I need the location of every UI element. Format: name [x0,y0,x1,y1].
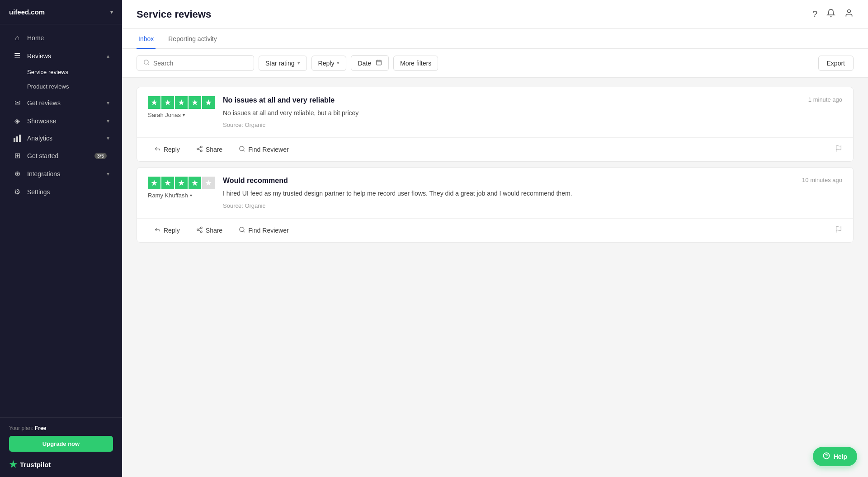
star-4: ★ [189,177,201,189]
sub-item-label: Product reviews [27,83,69,90]
more-filters-button[interactable]: More filters [393,56,438,71]
review-body: ★ ★ ★ ★ ★ Ramy Khuffash ▾ Wo [137,168,853,218]
reply-button[interactable]: Reply [148,223,186,238]
star-1: ★ [148,96,160,109]
integrations-icon: ⊕ [13,169,22,178]
review-actions: Reply Share Find Reviewer [137,137,853,161]
review-text: I hired UI feed as my trusted design par… [223,188,842,198]
search-input[interactable] [153,60,247,67]
review-body: ★ ★ ★ ★ ★ Sarah Jonas ▾ No i [137,87,853,137]
sidebar-item-label: Reviews [27,52,107,60]
user-avatar-icon[interactable] [844,9,854,20]
svg-rect-5 [377,60,382,65]
reply-icon [154,145,161,154]
sidebar-item-home[interactable]: ⌂ Home [4,29,118,47]
find-reviewer-label: Find Reviewer [248,227,288,234]
reviewer-name[interactable]: Sarah Jonas ▾ [148,112,215,118]
tab-reporting-activity[interactable]: Reporting activity [166,29,218,49]
star-5: ★ [202,177,215,189]
trustpilot-logo: ★ Trustpilot [9,459,113,470]
help-fab-button[interactable]: Help [813,447,857,466]
svg-point-17 [197,229,199,230]
chevron-down-icon: ▾ [107,135,109,141]
share-icon [196,226,203,234]
sidebar-item-get-started[interactable]: ⊞ Get started 3/5 [4,147,118,164]
search-box[interactable] [137,55,254,71]
svg-line-12 [198,150,200,150]
date-filter[interactable]: Date [351,55,389,71]
find-reviewer-button[interactable]: Find Reviewer [232,142,295,157]
sidebar-brand[interactable]: uifeed.com ▾ [0,0,122,24]
chevron-down-icon: ▾ [107,171,109,177]
review-meta: No issues at all and very reliable 1 min… [223,96,842,128]
sidebar-item-get-reviews[interactable]: ✉ Get reviews ▾ [4,94,118,112]
tabs-bar: Inbox Reporting activity [122,29,868,49]
sidebar-item-reviews[interactable]: ☰ Reviews ▴ [4,47,118,65]
share-label: Share [206,146,222,153]
star-rating: ★ ★ ★ ★ ★ [148,177,215,189]
notification-bell-icon[interactable] [826,9,835,20]
star-3: ★ [175,96,188,109]
sidebar-item-integrations[interactable]: ⊕ Integrations ▾ [4,165,118,182]
main-content: Service reviews ? Inbox Reporting activi… [122,0,868,477]
svg-point-3 [848,10,851,13]
svg-rect-1 [16,136,18,142]
review-time: 1 minute ago [808,96,842,104]
review-header: ★ ★ ★ ★ ★ Ramy Khuffash ▾ Wo [148,177,842,209]
reply-label: Reply [164,146,180,153]
sidebar-item-service-reviews[interactable]: Service reviews [4,65,118,79]
search-icon [143,59,150,67]
chevron-down-icon: ▾ [107,118,109,124]
svg-point-11 [200,150,202,152]
svg-point-18 [200,231,202,233]
reviews-icon: ☰ [13,51,22,60]
sidebar-item-label: Showcase [27,117,107,125]
chevron-down-icon: ▾ [107,100,109,106]
sidebar-item-product-reviews[interactable]: Product reviews [4,80,118,94]
reviewer-name[interactable]: Ramy Khuffash ▾ [148,192,215,199]
export-button[interactable]: Export [818,56,854,71]
help-icon[interactable]: ? [812,9,817,19]
review-card: ★ ★ ★ ★ ★ Sarah Jonas ▾ No i [137,87,854,162]
find-reviewer-icon [239,145,245,154]
settings-icon: ⚙ [13,187,22,196]
page-title: Service reviews [137,9,211,20]
trustpilot-star-icon: ★ [9,459,17,470]
reply-icon [154,226,161,234]
star-rating-filter[interactable]: Star rating ▾ [259,56,307,71]
plan-value: Free [35,425,46,431]
review-title-text: Would recommend [223,177,288,185]
svg-line-19 [198,230,200,231]
sidebar-item-analytics[interactable]: Analytics ▾ [4,130,118,146]
tab-inbox[interactable]: Inbox [137,29,156,49]
find-reviewer-button[interactable]: Find Reviewer [232,223,295,238]
reply-label: Reply [164,227,180,234]
svg-point-16 [200,227,202,229]
review-time: 10 minutes ago [802,177,842,185]
upgrade-button[interactable]: Upgrade now [9,436,113,452]
review-list: ★ ★ ★ ★ ★ Sarah Jonas ▾ No i [122,78,868,477]
brand-chevron-icon: ▾ [110,9,113,15]
sidebar-item-showcase[interactable]: ◈ Showcase ▾ [4,112,118,130]
star-rating-label: Star rating [265,60,295,67]
sidebar-item-label: Home [27,34,109,42]
flag-button[interactable] [835,145,842,154]
share-label: Share [206,227,222,234]
chevron-down-icon: ▾ [337,60,340,66]
sidebar-item-settings[interactable]: ⚙ Settings [4,183,118,201]
get-started-icon: ⊞ [13,151,22,160]
svg-rect-2 [19,135,21,142]
help-circle-icon [823,452,830,461]
reply-filter[interactable]: Reply ▾ [311,56,347,71]
svg-point-14 [240,146,244,151]
sidebar-item-label: Integrations [27,170,107,178]
flag-button[interactable] [835,226,842,235]
share-button[interactable]: Share [190,223,229,238]
review-title-text: No issues at all and very reliable [223,96,335,104]
share-button[interactable]: Share [190,142,229,157]
reply-button[interactable]: Reply [148,142,186,157]
sidebar-item-label: Settings [27,188,109,196]
share-icon [196,145,203,154]
sidebar: uifeed.com ▾ ⌂ Home ☰ Reviews ▴ Service … [0,0,122,477]
review-actions: Reply Share Find Reviewer [137,218,853,242]
